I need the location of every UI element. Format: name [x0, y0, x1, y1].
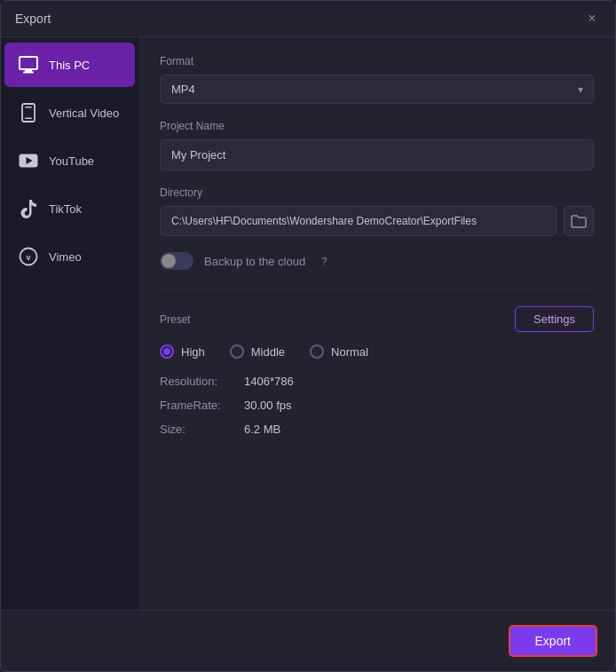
svg-rect-0 [20, 57, 37, 69]
radio-high-inner [163, 348, 170, 355]
directory-row [160, 206, 594, 236]
radio-normal-outer [310, 344, 324, 359]
radio-high-label: High [181, 345, 205, 359]
radio-normal-label: Normal [331, 345, 368, 359]
pc-icon [19, 55, 38, 75]
youtube-icon [19, 151, 38, 170]
svg-rect-2 [23, 72, 34, 74]
project-name-label: Project Name [160, 120, 594, 132]
directory-group: Directory [160, 186, 594, 236]
tiktok-icon [19, 199, 38, 218]
radio-middle-outer [230, 344, 244, 359]
resolution-value: 1406*786 [244, 375, 294, 388]
format-label: Format [160, 55, 594, 67]
preset-section: Preset Settings High Middle [160, 306, 594, 436]
sidebar-label-vimeo: Vimeo [49, 250, 82, 264]
svg-text:v: v [26, 253, 30, 262]
backup-toggle[interactable] [160, 252, 193, 270]
sidebar-item-vimeo[interactable]: v Vimeo [4, 234, 135, 279]
backup-label: Backup to the cloud [204, 255, 305, 268]
main-content: This PC Vertical Video [1, 37, 615, 610]
format-select-wrapper: MP4 MOV AVI MKV GIF MP3 ▾ [160, 75, 594, 104]
backup-row: Backup to the cloud ? [160, 252, 594, 270]
sidebar-item-vertical-video[interactable]: Vertical Video [4, 91, 135, 135]
close-button[interactable]: × [583, 10, 601, 28]
browse-folder-button[interactable] [564, 206, 594, 236]
divider [160, 288, 594, 289]
sidebar-label-youtube: YouTube [49, 154, 94, 168]
radio-option-normal[interactable]: Normal [310, 344, 368, 359]
radio-option-high[interactable]: High [160, 344, 205, 359]
size-value: 6.2 MB [244, 423, 280, 436]
size-row: Size: 6.2 MB [160, 423, 594, 436]
radio-high-outer [160, 344, 174, 359]
svg-rect-4 [25, 107, 32, 108]
sidebar-label-vertical-video: Vertical Video [49, 107, 119, 120]
project-name-input[interactable] [160, 139, 594, 170]
resolution-label: Resolution: [160, 375, 244, 388]
framerate-value: 30.00 fps [244, 399, 292, 412]
sidebar: This PC Vertical Video [1, 37, 138, 610]
footer: Export [1, 610, 615, 671]
info-table: Resolution: 1406*786 FrameRate: 30.00 fp… [160, 375, 594, 436]
framerate-label: FrameRate: [160, 399, 244, 412]
preset-label: Preset [160, 313, 191, 326]
preset-header: Preset Settings [160, 306, 594, 332]
format-group: Format MP4 MOV AVI MKV GIF MP3 ▾ [160, 55, 594, 104]
export-window: Export × This PC [0, 0, 616, 672]
toggle-thumb [162, 254, 176, 268]
sidebar-item-youtube[interactable]: YouTube [4, 138, 135, 183]
sidebar-label-this-pc: This PC [49, 59, 90, 72]
sidebar-item-this-pc[interactable]: This PC [4, 43, 135, 87]
svg-rect-5 [25, 118, 32, 120]
export-button[interactable]: Export [509, 625, 597, 657]
help-icon[interactable]: ? [316, 253, 332, 269]
project-name-group: Project Name [160, 120, 594, 170]
vimeo-icon: v [19, 247, 38, 266]
title-bar: Export × [1, 1, 615, 37]
main-panel: Format MP4 MOV AVI MKV GIF MP3 ▾ Project… [138, 37, 615, 610]
framerate-row: FrameRate: 30.00 fps [160, 399, 594, 412]
radio-middle-label: Middle [251, 345, 285, 359]
directory-input[interactable] [160, 206, 557, 236]
directory-label: Directory [160, 186, 594, 199]
resolution-row: Resolution: 1406*786 [160, 375, 594, 388]
window-title: Export [15, 12, 51, 26]
vertical-video-icon [19, 103, 38, 123]
radio-row: High Middle Normal [160, 344, 594, 359]
radio-option-middle[interactable]: Middle [230, 344, 285, 359]
sidebar-item-tiktok[interactable]: TikTok [4, 186, 135, 231]
settings-button[interactable]: Settings [515, 306, 594, 332]
format-select[interactable]: MP4 MOV AVI MKV GIF MP3 [160, 75, 594, 104]
sidebar-label-tiktok: TikTok [49, 202, 82, 216]
size-label: Size: [160, 423, 244, 436]
